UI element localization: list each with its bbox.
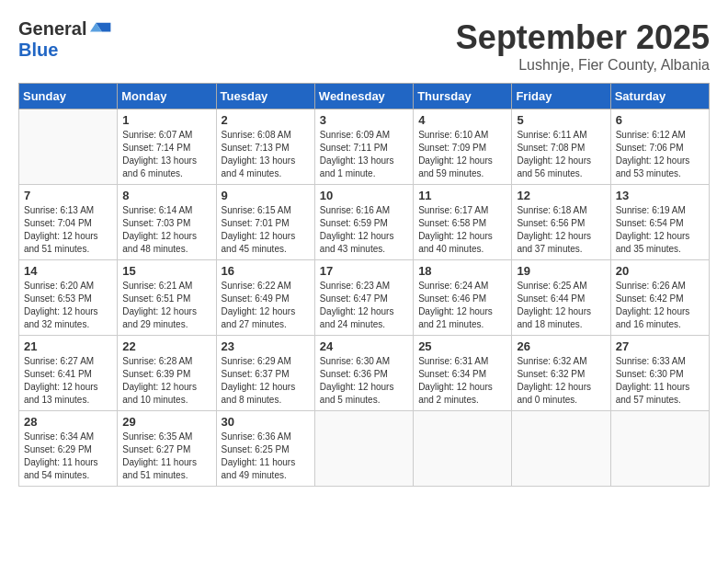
calendar-cell: 14Sunrise: 6:20 AM Sunset: 6:53 PM Dayli… bbox=[19, 260, 118, 336]
day-number: 22 bbox=[122, 339, 210, 353]
day-number: 25 bbox=[418, 339, 506, 353]
calendar-cell: 18Sunrise: 6:24 AM Sunset: 6:46 PM Dayli… bbox=[414, 260, 512, 336]
location-subtitle: Lushnje, Fier County, Albania bbox=[456, 57, 710, 74]
day-info: Sunrise: 6:10 AM Sunset: 7:09 PM Dayligh… bbox=[418, 129, 506, 180]
calendar-cell: 11Sunrise: 6:17 AM Sunset: 6:58 PM Dayli… bbox=[414, 185, 512, 260]
day-info: Sunrise: 6:23 AM Sunset: 6:47 PM Dayligh… bbox=[320, 280, 408, 331]
calendar-table: SundayMondayTuesdayWednesdayThursdayFrid… bbox=[18, 83, 710, 487]
calendar-cell: 1Sunrise: 6:07 AM Sunset: 7:14 PM Daylig… bbox=[118, 109, 216, 185]
day-info: Sunrise: 6:32 AM Sunset: 6:32 PM Dayligh… bbox=[517, 355, 605, 407]
calendar-cell: 19Sunrise: 6:25 AM Sunset: 6:44 PM Dayli… bbox=[512, 260, 610, 336]
calendar-cell: 15Sunrise: 6:21 AM Sunset: 6:51 PM Dayli… bbox=[118, 260, 216, 336]
day-info: Sunrise: 6:13 AM Sunset: 7:04 PM Dayligh… bbox=[24, 204, 112, 256]
day-number: 13 bbox=[616, 189, 704, 202]
day-info: Sunrise: 6:24 AM Sunset: 6:46 PM Dayligh… bbox=[418, 280, 506, 331]
day-number: 28 bbox=[24, 415, 112, 429]
day-info: Sunrise: 6:12 AM Sunset: 7:06 PM Dayligh… bbox=[616, 129, 704, 180]
calendar-cell: 12Sunrise: 6:18 AM Sunset: 6:56 PM Dayli… bbox=[512, 185, 610, 260]
day-number: 18 bbox=[418, 264, 506, 278]
logo-general-text: General bbox=[18, 18, 86, 40]
calendar-cell: 26Sunrise: 6:32 AM Sunset: 6:32 PM Dayli… bbox=[512, 336, 610, 411]
weekday-header-friday: Friday bbox=[512, 84, 610, 109]
calendar-cell: 30Sunrise: 6:36 AM Sunset: 6:25 PM Dayli… bbox=[216, 411, 314, 487]
day-info: Sunrise: 6:09 AM Sunset: 7:11 PM Dayligh… bbox=[320, 129, 408, 180]
weekday-header-sunday: Sunday bbox=[19, 84, 118, 109]
day-info: Sunrise: 6:27 AM Sunset: 6:41 PM Dayligh… bbox=[24, 355, 112, 407]
day-info: Sunrise: 6:11 AM Sunset: 7:08 PM Dayligh… bbox=[517, 129, 605, 180]
calendar-cell bbox=[19, 109, 118, 185]
calendar-cell: 10Sunrise: 6:16 AM Sunset: 6:59 PM Dayli… bbox=[314, 185, 413, 260]
calendar-cell: 16Sunrise: 6:22 AM Sunset: 6:49 PM Dayli… bbox=[216, 260, 314, 336]
calendar-week-row: 28Sunrise: 6:34 AM Sunset: 6:29 PM Dayli… bbox=[19, 411, 710, 487]
day-number: 11 bbox=[418, 189, 506, 202]
calendar-cell bbox=[610, 411, 709, 487]
day-number: 2 bbox=[222, 113, 310, 127]
day-info: Sunrise: 6:21 AM Sunset: 6:51 PM Dayligh… bbox=[122, 280, 210, 331]
calendar-cell: 28Sunrise: 6:34 AM Sunset: 6:29 PM Dayli… bbox=[19, 411, 118, 487]
calendar-cell: 29Sunrise: 6:35 AM Sunset: 6:27 PM Dayli… bbox=[118, 411, 216, 487]
calendar-cell: 21Sunrise: 6:27 AM Sunset: 6:41 PM Dayli… bbox=[19, 336, 118, 411]
calendar-cell: 3Sunrise: 6:09 AM Sunset: 7:11 PM Daylig… bbox=[314, 109, 413, 185]
day-number: 5 bbox=[517, 113, 605, 127]
weekday-header-saturday: Saturday bbox=[610, 84, 709, 109]
day-info: Sunrise: 6:36 AM Sunset: 6:25 PM Dayligh… bbox=[222, 431, 310, 482]
day-number: 16 bbox=[222, 264, 310, 278]
day-info: Sunrise: 6:16 AM Sunset: 6:59 PM Dayligh… bbox=[320, 204, 408, 256]
day-number: 20 bbox=[616, 264, 704, 278]
day-info: Sunrise: 6:26 AM Sunset: 6:42 PM Dayligh… bbox=[616, 280, 704, 331]
day-number: 19 bbox=[517, 264, 605, 278]
day-info: Sunrise: 6:31 AM Sunset: 6:34 PM Dayligh… bbox=[418, 355, 506, 407]
weekday-header-tuesday: Tuesday bbox=[216, 84, 314, 109]
calendar-cell: 17Sunrise: 6:23 AM Sunset: 6:47 PM Dayli… bbox=[314, 260, 413, 336]
day-number: 21 bbox=[24, 339, 112, 353]
calendar-week-row: 14Sunrise: 6:20 AM Sunset: 6:53 PM Dayli… bbox=[19, 260, 710, 336]
day-info: Sunrise: 6:29 AM Sunset: 6:37 PM Dayligh… bbox=[222, 355, 310, 407]
day-info: Sunrise: 6:25 AM Sunset: 6:44 PM Dayligh… bbox=[517, 280, 605, 331]
day-number: 3 bbox=[320, 113, 408, 127]
day-info: Sunrise: 6:33 AM Sunset: 6:30 PM Dayligh… bbox=[616, 355, 704, 407]
day-number: 9 bbox=[222, 189, 310, 202]
day-info: Sunrise: 6:08 AM Sunset: 7:13 PM Dayligh… bbox=[222, 129, 310, 180]
day-number: 14 bbox=[24, 264, 112, 278]
calendar-cell: 25Sunrise: 6:31 AM Sunset: 6:34 PM Dayli… bbox=[414, 336, 512, 411]
day-number: 24 bbox=[320, 339, 408, 353]
day-info: Sunrise: 6:17 AM Sunset: 6:58 PM Dayligh… bbox=[418, 204, 506, 256]
day-info: Sunrise: 6:20 AM Sunset: 6:53 PM Dayligh… bbox=[24, 280, 112, 331]
day-info: Sunrise: 6:07 AM Sunset: 7:14 PM Dayligh… bbox=[122, 129, 210, 180]
calendar-cell: 9Sunrise: 6:15 AM Sunset: 7:01 PM Daylig… bbox=[216, 185, 314, 260]
calendar-week-row: 7Sunrise: 6:13 AM Sunset: 7:04 PM Daylig… bbox=[19, 185, 710, 260]
day-number: 8 bbox=[122, 189, 210, 202]
day-number: 6 bbox=[616, 113, 704, 127]
calendar-cell: 6Sunrise: 6:12 AM Sunset: 7:06 PM Daylig… bbox=[610, 109, 709, 185]
weekday-header-wednesday: Wednesday bbox=[314, 84, 413, 109]
calendar-cell: 27Sunrise: 6:33 AM Sunset: 6:30 PM Dayli… bbox=[610, 336, 709, 411]
weekday-header-monday: Monday bbox=[118, 84, 216, 109]
calendar-cell: 22Sunrise: 6:28 AM Sunset: 6:39 PM Dayli… bbox=[118, 336, 216, 411]
calendar-cell: 23Sunrise: 6:29 AM Sunset: 6:37 PM Dayli… bbox=[216, 336, 314, 411]
day-number: 17 bbox=[320, 264, 408, 278]
calendar-cell bbox=[512, 411, 610, 487]
day-info: Sunrise: 6:22 AM Sunset: 6:49 PM Dayligh… bbox=[222, 280, 310, 331]
calendar-cell: 13Sunrise: 6:19 AM Sunset: 6:54 PM Dayli… bbox=[610, 185, 709, 260]
calendar-cell: 7Sunrise: 6:13 AM Sunset: 7:04 PM Daylig… bbox=[19, 185, 118, 260]
weekday-header-thursday: Thursday bbox=[414, 84, 512, 109]
calendar-cell: 8Sunrise: 6:14 AM Sunset: 7:03 PM Daylig… bbox=[118, 185, 216, 260]
calendar-cell: 20Sunrise: 6:26 AM Sunset: 6:42 PM Dayli… bbox=[610, 260, 709, 336]
day-info: Sunrise: 6:15 AM Sunset: 7:01 PM Dayligh… bbox=[222, 204, 310, 256]
calendar-cell bbox=[314, 411, 413, 487]
day-number: 12 bbox=[517, 189, 605, 202]
day-number: 27 bbox=[616, 339, 704, 353]
day-info: Sunrise: 6:35 AM Sunset: 6:27 PM Dayligh… bbox=[122, 431, 210, 482]
day-info: Sunrise: 6:14 AM Sunset: 7:03 PM Dayligh… bbox=[122, 204, 210, 256]
calendar-week-row: 21Sunrise: 6:27 AM Sunset: 6:41 PM Dayli… bbox=[19, 336, 710, 411]
day-number: 30 bbox=[222, 415, 310, 429]
calendar-cell: 24Sunrise: 6:30 AM Sunset: 6:36 PM Dayli… bbox=[314, 336, 413, 411]
calendar-week-row: 1Sunrise: 6:07 AM Sunset: 7:14 PM Daylig… bbox=[19, 109, 710, 185]
title-block: September 2025 Lushnje, Fier County, Alb… bbox=[456, 18, 710, 74]
calendar-cell: 2Sunrise: 6:08 AM Sunset: 7:13 PM Daylig… bbox=[216, 109, 314, 185]
calendar-cell: 5Sunrise: 6:11 AM Sunset: 7:08 PM Daylig… bbox=[512, 109, 610, 185]
day-number: 4 bbox=[418, 113, 506, 127]
day-number: 1 bbox=[122, 113, 210, 127]
day-info: Sunrise: 6:28 AM Sunset: 6:39 PM Dayligh… bbox=[122, 355, 210, 407]
day-number: 26 bbox=[517, 339, 605, 353]
